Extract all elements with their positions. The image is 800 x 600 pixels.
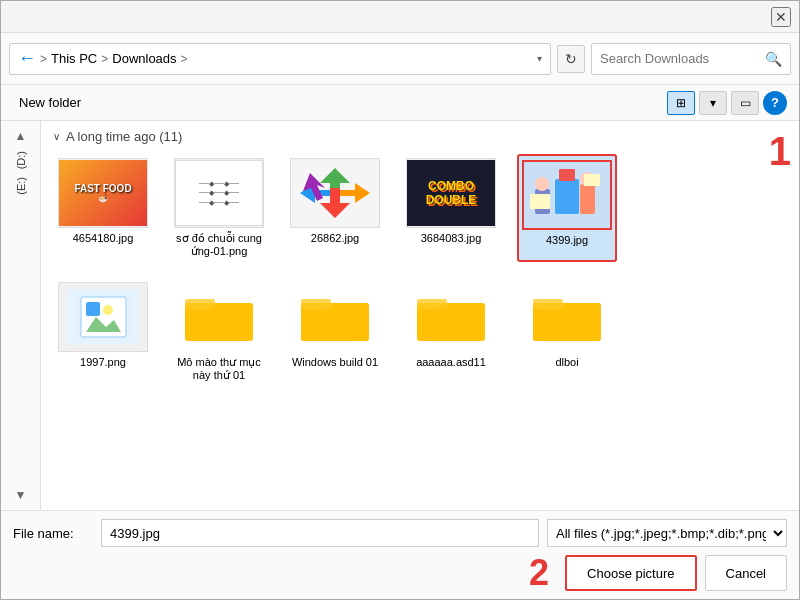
folder-name-label: Windows build 01 — [292, 356, 378, 368]
filename-row: File name: All files (*.jpg;*.jpeg;*.bmp… — [13, 519, 787, 547]
file-item[interactable]: 1997.png — [53, 278, 153, 386]
search-box: 🔍 — [591, 43, 791, 75]
folder-icon — [415, 289, 487, 345]
group-toggle-icon[interactable]: ∨ — [53, 131, 60, 142]
view-controls: ⊞ ▾ ▭ ? — [667, 91, 787, 115]
svg-rect-12 — [584, 174, 600, 186]
file-thumbnail: FAST FOOD 🍜 — [59, 160, 147, 226]
svg-rect-11 — [530, 194, 550, 209]
svg-rect-16 — [86, 302, 100, 316]
sep2: > — [101, 52, 108, 66]
pane-icon: ▭ — [740, 96, 751, 110]
search-icon: 🔍 — [765, 51, 782, 67]
indicator-2: 2 — [529, 555, 549, 591]
file-thumbnail — [524, 162, 610, 228]
svg-rect-10 — [555, 179, 579, 214]
group-header: ∨ A long time ago (11) — [53, 129, 787, 144]
sidebar-item-d[interactable]: (D:) — [15, 151, 27, 169]
folder-icon — [299, 289, 371, 345]
group-label: A long time ago (11) — [66, 129, 182, 144]
action-bar: New folder ⊞ ▾ ▭ ? — [1, 85, 799, 121]
svg-rect-13 — [559, 169, 575, 181]
file-item[interactable]: COMBODOUBLE 3684083.jpg — [401, 154, 501, 262]
sidebar: ▲ (D:) (E:) ▼ — [1, 121, 41, 510]
refresh-button[interactable]: ↻ — [557, 45, 585, 73]
folder-item[interactable]: Mô mào thư mục này thứ 01 — [169, 278, 269, 386]
filename-input[interactable] — [101, 519, 539, 547]
file-item[interactable]: 26862.jpg — [285, 154, 385, 262]
bottom-bar: File name: All files (*.jpg;*.jpeg;*.bmp… — [1, 510, 799, 599]
folder-item[interactable]: dlboi — [517, 278, 617, 386]
svg-rect-24 — [301, 303, 369, 341]
svg-rect-21 — [185, 303, 253, 341]
title-bar: ✕ — [1, 1, 799, 33]
new-folder-button[interactable]: New folder — [13, 93, 87, 112]
sep1: > — [40, 52, 47, 66]
breadcrumb-chevron-icon[interactable]: ▾ — [537, 53, 542, 64]
downloads-label: Downloads — [112, 51, 176, 66]
cancel-button[interactable]: Cancel — [705, 555, 787, 591]
tiles-icon: ⊞ — [676, 96, 686, 110]
search-input[interactable] — [600, 51, 759, 66]
view-chevron-button[interactable]: ▾ — [699, 91, 727, 115]
indicator-1: 1 — [769, 129, 791, 174]
svg-point-18 — [103, 305, 113, 315]
file-dialog: ✕ ← > This PC > Downloads > ▾ ↻ 🔍 New fo… — [0, 0, 800, 600]
files-grid: FAST FOOD 🍜 4654180.jpg ──◆──◆────◆──◆──… — [53, 154, 787, 262]
breadcrumb[interactable]: ← > This PC > Downloads > ▾ — [9, 43, 551, 75]
file-thumbnail — [291, 160, 379, 226]
back-arrow-icon: ← — [18, 48, 36, 69]
sidebar-down-arrow-icon[interactable]: ▼ — [15, 488, 27, 502]
file-name-label: 26862.jpg — [311, 232, 359, 244]
file-name-label: 4399.jpg — [546, 234, 588, 246]
file-name-label: sơ đồ chuỗi cung ứng-01.png — [173, 232, 265, 258]
main-area: ▲ (D:) (E:) ▼ ∨ A long time ago (11) FAS… — [1, 121, 799, 510]
filetype-select[interactable]: All files (*.jpg;*.jpeg;*.bmp;*.dib;*.pn… — [547, 519, 787, 547]
file-name-label: 3684083.jpg — [421, 232, 482, 244]
folder-icon — [183, 289, 255, 345]
folders-grid: 1997.png Mô mào thư mục này thứ 01 — [53, 278, 787, 386]
svg-rect-27 — [417, 303, 485, 341]
file-item-selected[interactable]: 4399.jpg — [517, 154, 617, 262]
sidebar-up-arrow-icon[interactable]: ▲ — [15, 129, 27, 143]
folder-item[interactable]: Windows build 01 — [285, 278, 385, 386]
file-name-label: 1997.png — [80, 356, 126, 368]
filename-label: File name: — [13, 526, 93, 541]
folder-name-label: dlboi — [555, 356, 578, 368]
svg-marker-3 — [340, 183, 370, 203]
svg-rect-8 — [580, 184, 595, 214]
close-button[interactable]: ✕ — [771, 7, 791, 27]
folder-name-label: Mô mào thư mục này thứ 01 — [173, 356, 265, 382]
svg-rect-30 — [533, 303, 601, 341]
view-pane-button[interactable]: ▭ — [731, 91, 759, 115]
svg-point-7 — [535, 177, 549, 191]
sidebar-item-e[interactable]: (E:) — [15, 177, 27, 195]
choose-picture-button[interactable]: Choose picture — [565, 555, 696, 591]
file-item[interactable]: ──◆──◆────◆──◆────◆──◆── sơ đồ chuỗi cun… — [169, 154, 269, 262]
file-thumbnail: ──◆──◆────◆──◆────◆──◆── — [175, 160, 263, 226]
folder-name-label: aaaaaa.asd11 — [416, 356, 486, 368]
file-thumbnail — [67, 289, 139, 345]
sep3: > — [181, 52, 188, 66]
view-tiles-button[interactable]: ⊞ — [667, 91, 695, 115]
folder-icon — [531, 289, 603, 345]
file-name-label: 4654180.jpg — [73, 232, 134, 244]
this-pc-label: This PC — [51, 51, 97, 66]
folder-item[interactable]: aaaaaa.asd11 — [401, 278, 501, 386]
action-row: 2 Choose picture Cancel — [13, 555, 787, 591]
file-thumbnail: COMBODOUBLE — [407, 160, 495, 226]
file-area: ∨ A long time ago (11) FAST FOOD 🍜 46541… — [41, 121, 799, 510]
toolbar: ← > This PC > Downloads > ▾ ↻ 🔍 — [1, 33, 799, 85]
help-button[interactable]: ? — [763, 91, 787, 115]
file-item[interactable]: FAST FOOD 🍜 4654180.jpg — [53, 154, 153, 262]
